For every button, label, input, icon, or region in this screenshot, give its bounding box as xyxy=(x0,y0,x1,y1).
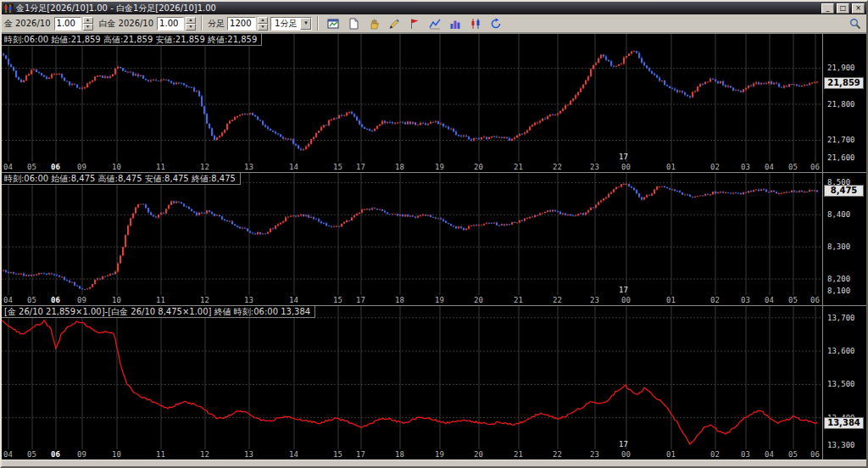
time-tick-label: 21 xyxy=(514,449,523,460)
toolbar-separator xyxy=(201,16,203,31)
app-window: 金1分足[2026/10]1.00 - 白金1分足[2026/10]1.00 _… xyxy=(0,0,868,468)
time-tick-label: 06 xyxy=(51,449,60,460)
time-tick-label: 12 xyxy=(200,449,209,460)
y-axis-label: 8,300 xyxy=(827,242,850,251)
flag-icon xyxy=(409,18,420,30)
y-axis-label: 8,400 xyxy=(827,210,850,219)
chevron-down-icon[interactable]: ▼ xyxy=(300,18,311,30)
time-tick-label: 23 xyxy=(590,295,599,305)
gold-multiplier-up-button[interactable]: ▲ xyxy=(83,17,93,24)
candlestick-icon xyxy=(470,18,481,30)
time-tick-label: 05 xyxy=(788,449,798,460)
bars-count-up-button[interactable]: ▲ xyxy=(258,17,268,24)
chart-window-button[interactable] xyxy=(324,15,342,31)
line-chart-button[interactable] xyxy=(426,15,443,31)
platinum-plot-area[interactable]: 時刻:06:00 始値:8,475 高値:8,475 安値:8,475 終値:8… xyxy=(2,173,822,305)
time-tick-label: 20 xyxy=(474,295,483,305)
time-tick-label: 11 xyxy=(156,449,165,460)
time-tick-label: 21 xyxy=(514,162,523,172)
time-tick-label: 15 xyxy=(333,449,342,460)
candlestick-chart-button[interactable] xyxy=(466,15,484,31)
time-tick-label: 18 xyxy=(395,162,404,172)
interval-select[interactable]: 1分足 ▼ xyxy=(270,17,312,31)
gold-multiplier-input[interactable] xyxy=(54,17,81,31)
time-tick-label: 04 xyxy=(765,449,774,460)
flag-tool-button[interactable] xyxy=(405,15,423,31)
y-axis-label: 21,900 xyxy=(827,64,855,72)
time-tick-label: 19 xyxy=(435,295,444,305)
time-tick-label: 21 xyxy=(514,295,523,305)
bars-count-input[interactable] xyxy=(227,17,256,31)
titlebar: 金1分足[2026/10]1.00 - 白金1分足[2026/10]1.00 _… xyxy=(2,2,866,14)
zoom-tool-icon xyxy=(849,18,861,30)
time-tick-label: 09 xyxy=(77,162,86,172)
gold-multiplier-down-button[interactable]: ▼ xyxy=(83,24,93,31)
time-tick-label: 02 xyxy=(710,162,720,172)
time-tick-label: 01 xyxy=(666,449,676,460)
last-price-tag: 13,384 xyxy=(824,417,864,429)
time-tick-label: 01 xyxy=(666,162,676,172)
time-tick-label: 22 xyxy=(553,449,562,460)
gold-chart-panel: 時刻:06:00 始値:21,859 高値:21,859 安値:21,859 終… xyxy=(2,33,866,172)
time-tick-label: 03 xyxy=(741,162,750,172)
time-tick-label: 17 xyxy=(356,449,365,460)
new-page-button[interactable] xyxy=(344,15,362,31)
zoom-tool-button[interactable] xyxy=(846,15,864,31)
y-axis-label: 13,700 xyxy=(827,314,855,322)
time-tick-label: 12 xyxy=(200,162,209,172)
time-tick-label: 15 xyxy=(333,295,342,305)
time-tick-label: 22 xyxy=(553,162,562,172)
gold-label: 金 xyxy=(4,18,13,30)
hand-icon xyxy=(368,18,380,30)
bar-chart-button[interactable] xyxy=(446,15,464,31)
time-tick-label: 19 xyxy=(435,449,444,460)
time-tick-label: 14 xyxy=(289,295,298,305)
platinum-multiplier-up-button[interactable]: ▲ xyxy=(186,17,196,24)
last-price-tag: 8,475 xyxy=(824,185,864,197)
spread-price-axis: 13,30013,40013,50013,60013,70013,384 xyxy=(822,306,865,460)
bars-count-down-button[interactable]: ▼ xyxy=(258,24,268,31)
time-tick-label: 09 xyxy=(77,449,86,460)
time-tick-label: 10 xyxy=(112,295,121,305)
y-axis-label: 13,500 xyxy=(827,380,855,388)
time-tick-label: 00 xyxy=(621,449,631,460)
time-tick-label: 02 xyxy=(710,295,720,305)
time-tick-label: 17 xyxy=(356,295,365,305)
pencil-tool-button[interactable] xyxy=(385,15,403,31)
pencil-icon xyxy=(388,18,400,30)
bars-label: 分足 xyxy=(208,18,225,30)
date-marker: 17 xyxy=(619,440,628,448)
status-bar xyxy=(2,460,866,466)
refresh-icon xyxy=(490,18,502,30)
platinum-info-readout: 時刻:06:00 始値:8,475 高値:8,475 安値:8,475 終値:8… xyxy=(2,173,241,185)
platinum-multiplier-down-button[interactable]: ▼ xyxy=(186,24,196,31)
spread-plot-area[interactable]: [金 26/10 21,859×1.00]-[白金 26/10 8,475×1.… xyxy=(2,306,822,460)
time-tick-label: 17 xyxy=(356,162,365,172)
close-button[interactable]: × xyxy=(852,3,865,14)
maximize-button[interactable]: □ xyxy=(837,3,849,14)
time-tick-label: 01 xyxy=(666,295,676,305)
gold-plot-area[interactable]: 時刻:06:00 始値:21,859 高値:21,859 安値:21,859 終… xyxy=(2,34,822,172)
time-tick-label: 04 xyxy=(3,449,13,460)
time-tick-label: 20 xyxy=(474,162,483,172)
time-tick-label: 05 xyxy=(788,162,798,172)
platinum-multiplier-input[interactable] xyxy=(157,17,184,31)
time-tick-label: 10 xyxy=(112,449,121,460)
platinum-contract-label: 2026/10 xyxy=(119,19,154,28)
minimize-button[interactable]: _ xyxy=(821,3,834,14)
hand-tool-button[interactable] xyxy=(364,15,382,31)
window-title: 金1分足[2026/10]1.00 - 白金1分足[2026/10]1.00 xyxy=(16,2,819,14)
time-tick-label: 20 xyxy=(474,449,483,460)
new-page-icon xyxy=(348,18,359,30)
interval-value: 1分足 xyxy=(271,18,300,30)
toolbar: 金 2026/10 ▲ ▼ 白金 2026/10 ▲ ▼ 分足 ▲ ▼ 1分足 … xyxy=(2,14,866,33)
time-tick-label: 06 xyxy=(51,295,60,305)
chart-window-icon xyxy=(327,18,339,30)
chart-area: 時刻:06:00 始値:21,859 高値:21,859 安値:21,859 終… xyxy=(2,33,866,460)
y-axis-label: 21,600 xyxy=(827,153,855,162)
platinum-label: 白金 xyxy=(99,18,116,30)
refresh-button[interactable] xyxy=(487,15,504,31)
time-tick-label: 06 xyxy=(810,449,820,460)
time-tick-label: 18 xyxy=(395,295,404,305)
time-tick-label: 06 xyxy=(51,162,60,172)
